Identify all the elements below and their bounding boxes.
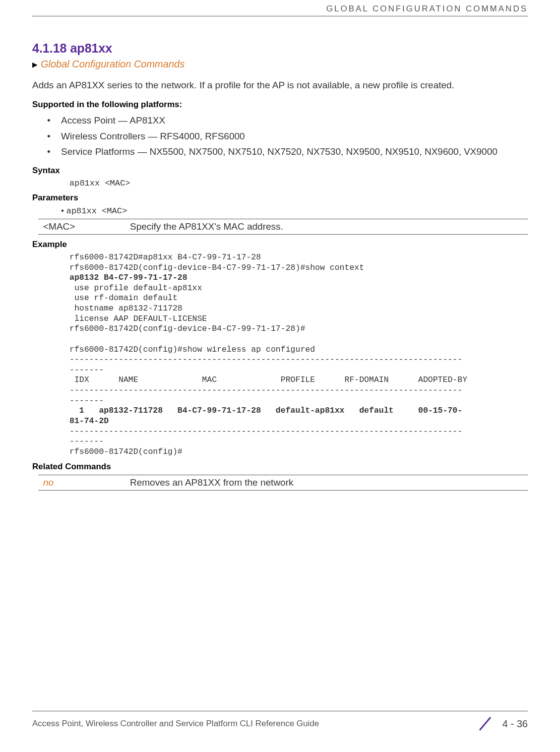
syntax-heading: Syntax [32, 166, 528, 176]
list-item: Service Platforms — NX5500, NX7500, NX75… [32, 144, 528, 160]
intro-paragraph: Adds an AP81XX series to the network. If… [32, 80, 528, 91]
related-cmd[interactable]: no [38, 475, 125, 491]
breadcrumb-text[interactable]: Global Configuration Commands [41, 59, 185, 70]
related-heading: Related Commands [32, 462, 528, 472]
example-text-bold: 1 ap8132-711728 B4-C7-99-71-17-28 defaul… [69, 406, 462, 426]
example-text: rfs6000-81742D#ap81xx B4-C7-99-71-17-28 … [69, 252, 364, 272]
triangle-right-icon: ▶ [32, 61, 38, 68]
syntax-line: ap81xx <MAC> [69, 179, 528, 188]
param-name: <MAC> [38, 219, 125, 234]
footer-guide-title: Access Point, Wireless Controller and Se… [32, 719, 319, 729]
top-rule [32, 16, 528, 16]
platforms-list: Access Point — AP81XX Wireless Controlle… [32, 113, 528, 160]
page-number: 4 - 36 [502, 718, 528, 730]
list-item: Wireless Controllers — RFS4000, RFS6000 [32, 128, 528, 144]
related-commands-table: no Removes an AP81XX from the network [38, 475, 528, 491]
section-title: 4.1.18 ap81xx [32, 41, 528, 56]
example-heading: Example [32, 240, 528, 250]
example-text: ----------------------------------------… [69, 427, 462, 456]
parameters-bullet: ap81xx <MAC> [61, 206, 528, 216]
breadcrumb: ▶ Global Configuration Commands [32, 59, 528, 70]
example-text: use profile default-ap81xx use rf-domain… [69, 283, 467, 405]
related-desc: Removes an AP81XX from the network [125, 475, 528, 491]
param-desc: Specify the AP81XX's MAC address. [125, 219, 528, 234]
example-text-bold: ap8132 B4-C7-99-71-17-28 [69, 273, 187, 282]
table-row: no Removes an AP81XX from the network [38, 475, 528, 491]
page-footer: Access Point, Wireless Controller and Se… [0, 711, 560, 732]
slash-icon [477, 715, 494, 732]
list-item: Access Point — AP81XX [32, 113, 528, 128]
platforms-heading: Supported in the following platforms: [32, 100, 528, 110]
footer-rule [32, 711, 528, 711]
example-output: rfs6000-81742D#ap81xx B4-C7-99-71-17-28 … [69, 252, 528, 457]
parameters-heading: Parameters [32, 193, 528, 203]
table-row: <MAC> Specify the AP81XX's MAC address. [38, 219, 528, 234]
parameters-table: <MAC> Specify the AP81XX's MAC address. [38, 219, 528, 235]
running-head: GLOBAL CONFIGURATION COMMANDS [32, 0, 528, 16]
svg-line-0 [480, 717, 491, 730]
